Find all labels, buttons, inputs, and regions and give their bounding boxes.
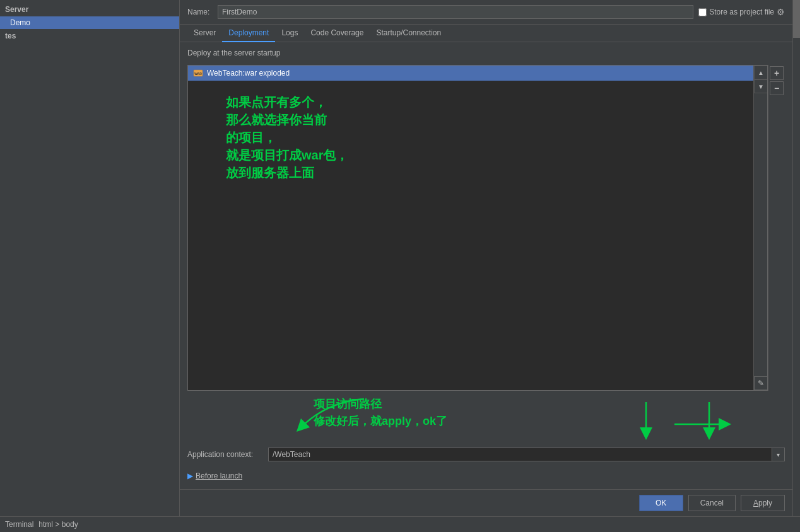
name-row: Name: Store as project file ⚙: [180, 0, 792, 25]
arrow-right: [671, 412, 747, 437]
apply-button[interactable]: Apply: [741, 495, 785, 511]
context-input-wrapper: ▾: [268, 448, 785, 461]
deploy-at-startup-label: Deploy at the server startup: [187, 49, 785, 57]
dialog-footer: OK Cancel Apply: [180, 489, 792, 516]
tab-deployment[interactable]: Deployment: [222, 25, 275, 42]
before-launch-section: ▶ Before launch: [187, 469, 785, 483]
deployment-item-label: WebTeach:war exploded: [207, 69, 290, 78]
store-checkbox[interactable]: [698, 8, 707, 16]
scrollbar-track: [793, 0, 800, 516]
bottom-annotation-area: 项目访问路径修改好后，就apply，ok了: [187, 396, 785, 440]
list-action-buttons: + −: [768, 65, 785, 391]
tab-logs[interactable]: Logs: [275, 25, 304, 42]
tab-code-coverage[interactable]: Code Coverage: [304, 25, 370, 42]
outer-scrollbar[interactable]: [792, 0, 800, 516]
edit-btn[interactable]: ✎: [754, 376, 768, 390]
context-dropdown-button[interactable]: ▾: [772, 448, 784, 461]
deployment-empty-area: 如果点开有多个，那么就选择你当前的项目，就是项目打成war包，放到服务器上面: [188, 81, 753, 390]
run-configuration-dialog: Name: Store as project file ⚙ Server Dep…: [180, 0, 792, 516]
tabs-bar: Server Deployment Logs Code Coverage Sta…: [180, 25, 792, 42]
gear-icon[interactable]: ⚙: [777, 7, 785, 17]
scrollbar-thumb[interactable]: [793, 0, 800, 38]
apply-rest: pply: [758, 499, 772, 507]
arrow-to-ok: [621, 399, 671, 440]
deployment-list: WAR WebTeach:war exploded 如果点开有多个，那么就选择你…: [188, 66, 753, 390]
expand-arrow-icon[interactable]: ▶: [187, 471, 193, 480]
sidebar: Server Demo tes: [0, 0, 180, 516]
status-terminal[interactable]: Terminal: [5, 520, 33, 529]
deployment-item[interactable]: WAR WebTeach:war exploded: [188, 66, 753, 81]
tab-server[interactable]: Server: [187, 25, 222, 42]
context-input[interactable]: [269, 448, 772, 461]
war-icon: WAR: [193, 68, 203, 78]
sidebar-header: Server: [0, 3, 179, 16]
add-deployment-button[interactable]: +: [770, 66, 784, 80]
context-row: Application context: ▾: [187, 445, 785, 464]
context-label: Application context:: [187, 450, 263, 459]
store-checkbox-label: Store as project file: [709, 8, 774, 16]
store-checkbox-area: Store as project file ⚙: [698, 7, 785, 17]
scroll-up-btn[interactable]: ▲: [754, 66, 768, 79]
arrow-to-apply: [684, 399, 734, 440]
sidebar-item-demo[interactable]: Demo: [0, 16, 179, 29]
tab-startup-connection[interactable]: Startup/Connection: [370, 25, 447, 42]
scroll-down-btn[interactable]: ▼: [754, 79, 768, 93]
status-breadcrumb: html > body: [38, 520, 78, 529]
cancel-button[interactable]: Cancel: [688, 495, 736, 511]
before-launch-label[interactable]: Before launch: [196, 471, 242, 480]
deployment-panel: WAR WebTeach:war exploded 如果点开有多个，那么就选择你…: [187, 65, 768, 391]
apply-underline-a: A: [753, 499, 758, 507]
dialog-body: Deploy at the server startup WAR: [180, 42, 792, 489]
sidebar-subheader-tes: tes: [0, 29, 179, 43]
name-label: Name:: [187, 8, 213, 16]
annotation-bottom: 项目访问路径修改好后，就apply，ok了: [314, 396, 447, 430]
remove-deployment-button[interactable]: −: [770, 81, 784, 95]
ok-button[interactable]: OK: [639, 495, 683, 511]
annotation-top: 如果点开有多个，那么就选择你当前的项目，就是项目打成war包，放到服务器上面: [226, 93, 348, 182]
status-bar: Terminal html > body: [0, 516, 800, 532]
svg-text:WAR: WAR: [194, 72, 202, 76]
name-input[interactable]: [218, 5, 693, 19]
